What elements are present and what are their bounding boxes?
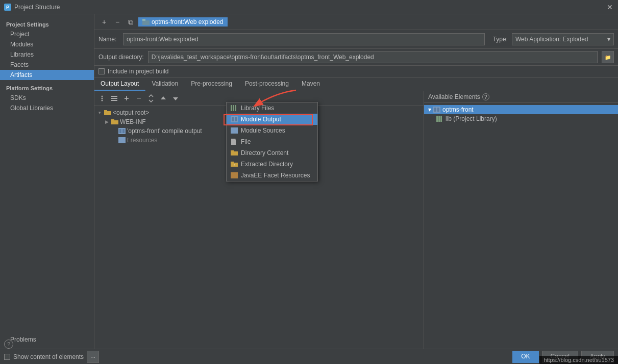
sidebar-item-facets[interactable]: Facets bbox=[0, 60, 94, 70]
svg-rect-17 bbox=[434, 108, 436, 112]
sidebar-item-libraries[interactable]: Libraries bbox=[0, 49, 94, 60]
output-dir-label: Output directory: bbox=[98, 54, 144, 61]
menu-item-module-sources[interactable]: Module Sources bbox=[227, 125, 317, 136]
module-sources-icon bbox=[231, 127, 238, 134]
tab-output-layout[interactable]: Output Layout bbox=[94, 77, 145, 91]
menu-item-extracted-directory[interactable]: ↑ Extracted Directory bbox=[227, 159, 317, 170]
sidebar-item-problems[interactable]: Problems bbox=[0, 334, 94, 345]
ok-button[interactable]: OK bbox=[512, 351, 538, 363]
svg-rect-9 bbox=[104, 110, 107, 112]
svg-rect-37 bbox=[231, 172, 238, 178]
layout-minus-button[interactable]: − bbox=[133, 93, 144, 104]
menu-item-directory-content[interactable]: Directory Content bbox=[227, 147, 317, 159]
svg-rect-5 bbox=[111, 96, 117, 97]
menu-item-file[interactable]: File bbox=[227, 136, 317, 147]
chevron-down-icon: ▾ bbox=[607, 36, 610, 43]
output-layout-panel: + − bbox=[94, 91, 618, 349]
sidebar-item-global-libraries[interactable]: Global Libraries bbox=[0, 103, 94, 113]
layout-add-button[interactable]: + bbox=[121, 93, 132, 104]
sidebar-item-modules[interactable]: Modules bbox=[0, 39, 94, 49]
svg-rect-7 bbox=[111, 100, 117, 101]
copy-artifact-button[interactable]: ⧉ bbox=[125, 16, 136, 28]
up-icon bbox=[159, 94, 167, 102]
module-icon bbox=[433, 107, 440, 113]
available-tree: ▾ optms-front bbox=[424, 103, 618, 349]
artifact-toolbar: + − ⧉ optms-front:Web exploded bbox=[94, 14, 618, 30]
app-icon: P bbox=[4, 4, 11, 11]
svg-rect-0 bbox=[142, 20, 150, 25]
sidebar-item-sdks[interactable]: SDKs bbox=[0, 93, 94, 103]
show-icon bbox=[110, 94, 118, 102]
title-bar-left: P Project Structure bbox=[4, 4, 60, 11]
svg-rect-19 bbox=[436, 116, 438, 122]
include-label: Include in project build bbox=[108, 68, 168, 75]
svg-rect-32 bbox=[231, 151, 238, 155]
menu-item-library-files[interactable]: Library Files bbox=[227, 102, 317, 114]
svg-rect-28 bbox=[231, 127, 238, 134]
layout-options-button[interactable] bbox=[96, 93, 108, 104]
menu-item-javaee-facet[interactable]: JavaEE Facet Resources bbox=[227, 170, 317, 181]
tab-pre-processing[interactable]: Pre-processing bbox=[185, 77, 239, 91]
layout-show-button[interactable] bbox=[109, 93, 120, 104]
include-row: Include in project build bbox=[94, 66, 618, 77]
tab-maven[interactable]: Maven bbox=[295, 77, 327, 91]
svg-rect-18 bbox=[437, 108, 439, 112]
svg-rect-6 bbox=[111, 98, 117, 99]
svg-rect-27 bbox=[235, 117, 237, 121]
directory-content-icon bbox=[231, 150, 238, 156]
tree-expand-arrow: ▾ bbox=[428, 106, 431, 113]
module-output-icon bbox=[118, 128, 126, 134]
tab-validation[interactable]: Validation bbox=[145, 77, 185, 91]
options-icon bbox=[98, 94, 106, 102]
dots-button[interactable]: ... bbox=[87, 351, 99, 363]
name-type-row: Name: Type: Web Application: Exploded ▾ bbox=[94, 30, 618, 49]
svg-text:↑: ↑ bbox=[233, 163, 235, 167]
library-icon bbox=[436, 116, 443, 122]
browse-output-dir-button[interactable]: 📁 bbox=[602, 51, 614, 63]
svg-rect-20 bbox=[438, 116, 440, 122]
svg-rect-21 bbox=[440, 116, 442, 122]
close-button[interactable]: ✕ bbox=[606, 3, 614, 11]
extracted-directory-icon: ↑ bbox=[231, 161, 238, 167]
resource-icon bbox=[118, 137, 126, 143]
menu-item-module-output[interactable]: Module Output bbox=[227, 114, 317, 125]
tab-post-processing[interactable]: Post-processing bbox=[239, 77, 295, 91]
add-artifact-button[interactable]: + bbox=[98, 16, 110, 28]
available-node-optms-front[interactable]: ▾ optms-front bbox=[424, 105, 618, 114]
svg-rect-23 bbox=[233, 105, 234, 111]
show-content-checkbox[interactable] bbox=[4, 354, 10, 360]
svg-rect-10 bbox=[111, 120, 118, 124]
project-settings-header: Project Settings bbox=[0, 18, 94, 29]
output-dir-input[interactable] bbox=[148, 51, 598, 63]
main-container: Project Settings Project Modules Librari… bbox=[0, 14, 618, 349]
artifact-item[interactable]: optms-front:Web exploded bbox=[138, 17, 228, 27]
svg-rect-13 bbox=[119, 129, 121, 133]
layout-sort-button[interactable] bbox=[145, 93, 157, 104]
window-title: Project Structure bbox=[14, 4, 60, 11]
output-dir-row: Output directory: 📁 bbox=[94, 49, 618, 66]
dropdown-menu: Library Files Module Output Module Sourc… bbox=[226, 102, 318, 181]
svg-rect-1 bbox=[142, 19, 145, 21]
available-elements-panel: Available Elements ? ▾ optms-front bbox=[424, 91, 618, 349]
sidebar-item-artifacts[interactable]: Artifacts bbox=[0, 70, 94, 80]
svg-point-4 bbox=[102, 100, 103, 101]
artifact-item-icon bbox=[142, 19, 150, 25]
layout-down-button[interactable] bbox=[170, 93, 181, 104]
available-node-lib[interactable]: lib (Project Library) bbox=[424, 114, 618, 123]
sidebar: Project Settings Project Modules Librari… bbox=[0, 14, 94, 349]
available-elements-header: Available Elements ? bbox=[424, 91, 618, 103]
expand-arrow: ▾ bbox=[96, 110, 103, 116]
module-output-menu-icon bbox=[231, 116, 238, 122]
include-checkbox[interactable] bbox=[98, 68, 105, 74]
layout-up-button[interactable] bbox=[158, 93, 169, 104]
help-button[interactable]: ? bbox=[4, 340, 13, 349]
help-available-icon[interactable]: ? bbox=[482, 93, 489, 100]
remove-artifact-button[interactable]: − bbox=[112, 16, 123, 28]
sidebar-item-project[interactable]: Project bbox=[0, 29, 94, 39]
name-input[interactable] bbox=[123, 33, 485, 45]
tabs-row: Output Layout Validation Pre-processing … bbox=[94, 77, 618, 91]
svg-point-2 bbox=[102, 96, 103, 97]
type-select[interactable]: Web Application: Exploded ▾ bbox=[512, 33, 614, 45]
file-icon bbox=[231, 139, 238, 145]
svg-rect-26 bbox=[232, 117, 234, 121]
